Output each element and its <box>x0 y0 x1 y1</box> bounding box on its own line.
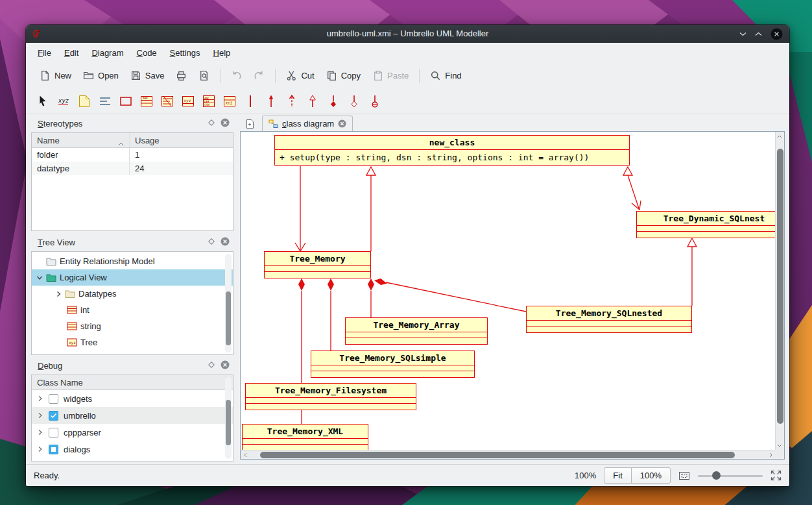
copy-button[interactable]: Copy <box>320 67 366 84</box>
tab-class-diagram[interactable]: class diagram <box>262 116 353 131</box>
zoom-100-button[interactable]: 100% <box>631 467 671 484</box>
slider-track[interactable] <box>698 475 763 477</box>
zoom-slider[interactable] <box>698 471 763 481</box>
undo-button[interactable] <box>225 67 248 84</box>
checkbox-partial[interactable] <box>49 445 58 454</box>
uml-class-tree-memory[interactable]: Tree_Memory <box>264 251 371 278</box>
debug-item-umbrello[interactable]: umbrello <box>32 407 233 424</box>
tool-note[interactable] <box>75 92 93 110</box>
tree-item-entity-relationship-model[interactable]: Entity Relationship Model <box>32 253 233 269</box>
tool-interface[interactable] <box>158 92 176 110</box>
scroll-down-icon[interactable] <box>775 441 784 450</box>
titlebar[interactable]: umbrello-uml.xmi – Umbrello UML Modeller <box>26 25 789 43</box>
tree-item-datatypes[interactable]: Datatypes <box>32 286 233 302</box>
tree-item-int[interactable]: int <box>32 302 233 318</box>
scroll-up-icon[interactable] <box>775 132 784 141</box>
stereotype-row[interactable]: folder 1 <box>32 148 233 162</box>
column-header-name[interactable]: Name <box>32 133 129 147</box>
maximize-button[interactable] <box>755 32 762 36</box>
uml-class-tree-memory-xml[interactable]: Tree_Memory_XML <box>242 424 368 450</box>
scrollbar-thumb[interactable] <box>260 452 735 458</box>
checkbox-unchecked[interactable] <box>49 428 58 437</box>
expander-right-icon[interactable] <box>37 446 43 452</box>
tool-text[interactable]: xyz <box>54 92 72 110</box>
uml-class-tree-memory-filesystem[interactable]: Tree_Memory_Filesystem <box>245 383 416 410</box>
tool-composition[interactable] <box>324 92 342 110</box>
uml-class-tree-memory-array[interactable]: Tree_Memory_Array <box>345 317 488 345</box>
menu-help[interactable]: Help <box>207 45 237 61</box>
uml-class-tree-memory-sqlsimple[interactable]: Tree_Memory_SQLsimple <box>311 351 475 378</box>
new-button[interactable]: New <box>34 67 77 84</box>
expander-right-icon[interactable] <box>55 291 62 297</box>
debug-column-header[interactable]: Class Name <box>32 375 233 390</box>
expander-right-icon[interactable] <box>37 429 43 436</box>
uml-class-new-class[interactable]: new_class + setup(type : string, dsn : s… <box>274 135 630 166</box>
debug-scrollbar[interactable] <box>225 377 232 459</box>
tool-datatype[interactable]: xyz <box>179 92 197 110</box>
fit-button[interactable]: Fit <box>604 467 631 484</box>
uml-class-tree-memory-sqlnested[interactable]: Tree_Memory_SQLnested <box>526 306 692 333</box>
debug-item-widgets[interactable]: widgets <box>32 390 233 407</box>
debug-item-dialogs[interactable]: dialogs <box>32 441 233 458</box>
tool-uni-association[interactable] <box>262 92 280 110</box>
redo-button[interactable] <box>248 67 270 84</box>
horizontal-scrollbar[interactable] <box>241 450 775 459</box>
tool-containment[interactable] <box>366 92 383 110</box>
dock-close-button[interactable] <box>221 360 230 371</box>
dock-float-icon[interactable] <box>208 238 215 247</box>
checkbox-unchecked[interactable] <box>49 394 58 404</box>
expander-down-icon[interactable] <box>36 275 43 281</box>
scroll-left-icon[interactable] <box>241 450 250 460</box>
column-header-usage[interactable]: Usage <box>129 133 233 147</box>
dock-close-button[interactable] <box>221 237 230 248</box>
menu-settings[interactable]: Settings <box>163 45 207 61</box>
paste-button[interactable]: Paste <box>366 67 414 84</box>
debug-dock-header[interactable]: Debug <box>31 358 233 373</box>
tool-dependency[interactable] <box>283 92 300 110</box>
expander-right-icon[interactable] <box>37 412 43 419</box>
find-button[interactable]: Find <box>424 67 467 84</box>
vertical-scrollbar[interactable] <box>775 132 784 450</box>
tool-enum[interactable]: ABCDEFSSN <box>200 92 217 110</box>
dock-float-icon[interactable] <box>208 119 215 129</box>
tree-view-scrollbar[interactable] <box>225 254 232 352</box>
debug-item-cppparser[interactable]: cppparser <box>32 424 233 441</box>
dock-close-button[interactable] <box>221 118 230 129</box>
open-button[interactable]: Open <box>77 67 125 84</box>
dock-float-icon[interactable] <box>208 361 215 371</box>
tree-view-dock-header[interactable]: Tree View <box>31 234 233 250</box>
cut-button[interactable]: Cut <box>280 67 320 84</box>
print-preview-button[interactable] <box>193 67 215 84</box>
menu-code[interactable]: Code <box>130 45 163 61</box>
scrollbar-thumb[interactable] <box>226 291 231 346</box>
stereotype-row[interactable]: datatype 24 <box>32 162 233 175</box>
tab-close-icon[interactable] <box>338 119 346 128</box>
slider-handle[interactable] <box>712 471 721 480</box>
tool-class[interactable]: ABC <box>137 92 155 110</box>
scroll-right-icon[interactable] <box>766 450 775 460</box>
tool-align[interactable] <box>96 92 113 110</box>
expander-right-icon[interactable] <box>37 395 43 402</box>
menu-file[interactable]: File <box>31 45 58 61</box>
stereotypes-table-header[interactable]: Name Usage <box>32 133 233 148</box>
scrollbar-thumb[interactable] <box>777 149 783 424</box>
tree-item-logical-view[interactable]: Logical View <box>32 269 233 286</box>
tool-box[interactable] <box>117 92 134 110</box>
print-button[interactable] <box>170 67 193 84</box>
zoom-fit-page-button[interactable] <box>678 471 690 481</box>
tool-association[interactable] <box>241 92 259 110</box>
minimize-button[interactable] <box>739 32 746 36</box>
tree-item-tree[interactable]: xyz Tree <box>32 334 233 351</box>
stereotypes-dock-header[interactable]: Stereotypes <box>31 116 233 131</box>
menu-diagram[interactable]: Diagram <box>85 45 130 61</box>
tool-generalization[interactable] <box>304 92 321 110</box>
checkbox-checked[interactable] <box>49 411 58 421</box>
new-tab-button[interactable] <box>241 116 258 131</box>
scrollbar-thumb[interactable] <box>226 400 231 445</box>
menu-edit[interactable]: Edit <box>58 45 85 61</box>
tool-aggregation[interactable] <box>345 92 363 110</box>
uml-class-tree-dynamic-sqlnest[interactable]: Tree_Dynamic_SQLnest <box>636 211 775 238</box>
tool-entity[interactable]: XYZ <box>221 92 238 110</box>
save-button[interactable]: Save <box>125 67 171 84</box>
fullscreen-button[interactable] <box>770 470 782 481</box>
